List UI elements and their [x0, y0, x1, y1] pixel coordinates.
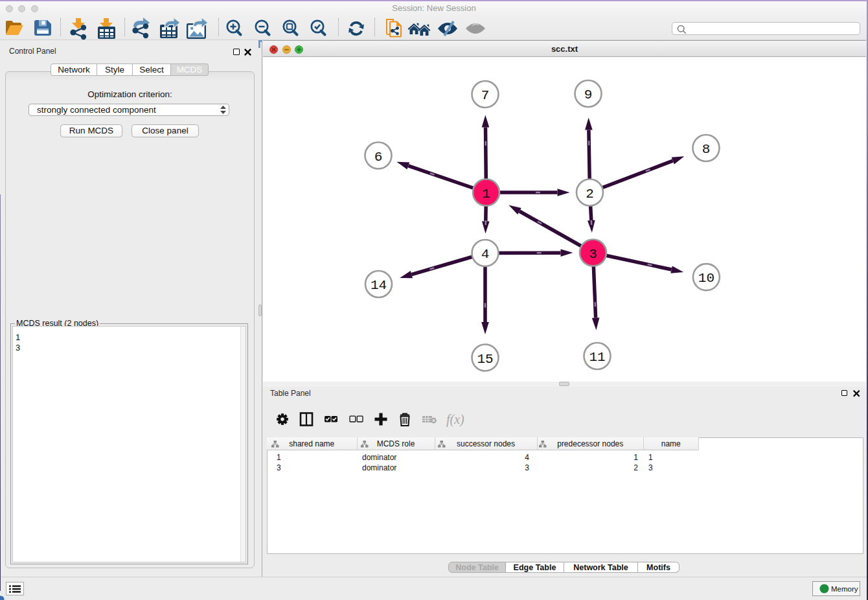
svg-text:3: 3 [589, 247, 597, 262]
svg-text:6: 6 [374, 150, 383, 165]
svg-text:2: 2 [586, 187, 594, 202]
svg-text:7: 7 [481, 88, 490, 103]
svg-text:4: 4 [481, 247, 490, 262]
svg-text:1: 1 [482, 187, 490, 202]
svg-text:9: 9 [584, 87, 593, 102]
svg-text:10: 10 [698, 271, 714, 286]
svg-text:15: 15 [477, 352, 493, 367]
svg-text:8: 8 [702, 142, 711, 157]
svg-text:f(x): f(x) [446, 412, 464, 427]
svg-text:11: 11 [589, 350, 605, 365]
svg-text:14: 14 [371, 278, 387, 293]
